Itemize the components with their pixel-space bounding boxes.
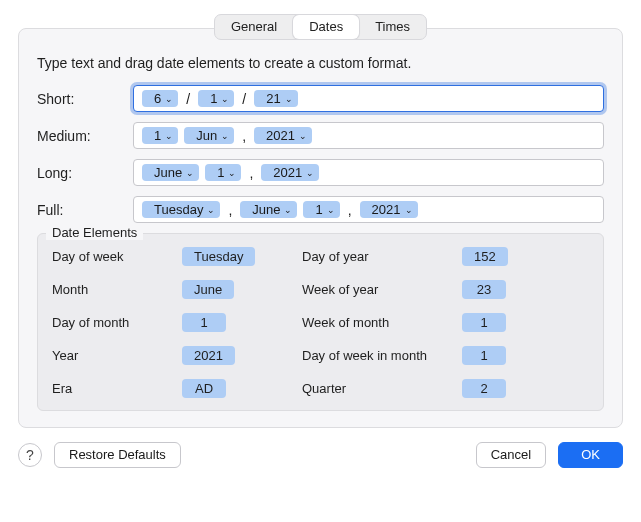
format-label-long: Long: (37, 165, 133, 181)
label-quarter: Quarter (302, 381, 452, 396)
label-day-of-year: Day of year (302, 249, 452, 264)
chevron-down-icon: ⌄ (327, 206, 335, 215)
label-day-of-month: Day of month (52, 315, 172, 330)
element-week-of-year[interactable]: 23 (462, 280, 506, 299)
medium-day-token[interactable]: 1⌄ (142, 127, 178, 144)
date-elements-title: Date Elements (46, 225, 143, 240)
format-row-medium: Medium: 1⌄ Jun⌄ , 2021⌄ (37, 122, 604, 149)
tab-general[interactable]: General (215, 15, 293, 39)
chevron-down-icon: ⌄ (284, 206, 292, 215)
dates-panel: Type text and drag date elements to crea… (18, 28, 623, 428)
element-era[interactable]: AD (182, 379, 226, 398)
long-year-token[interactable]: 2021⌄ (261, 164, 319, 181)
tab-bar: General Dates Times (214, 14, 427, 40)
footer: ? Restore Defaults Cancel OK (18, 442, 623, 468)
date-elements-group: Date Elements Day of week Tuesday Day of… (37, 233, 604, 411)
label-week-of-month: Week of month (302, 315, 452, 330)
long-month-token[interactable]: June⌄ (142, 164, 199, 181)
format-field-full[interactable]: Tuesday⌄ , June⌄ 1⌄ , 2021⌄ (133, 196, 604, 223)
full-day-token[interactable]: 1⌄ (303, 201, 339, 218)
ok-button[interactable]: OK (558, 442, 623, 468)
short-month-token[interactable]: 6⌄ (142, 90, 178, 107)
format-field-short[interactable]: 6⌄ / 1⌄ / 21⌄ (133, 85, 604, 112)
full-month-token[interactable]: June⌄ (240, 201, 297, 218)
chevron-down-icon: ⌄ (306, 169, 314, 178)
chevron-down-icon: ⌄ (207, 206, 215, 215)
element-year[interactable]: 2021 (182, 346, 235, 365)
tab-dates[interactable]: Dates (293, 15, 359, 39)
date-format-preferences: { "tabs": { "general": "General", "dates… (0, 0, 641, 522)
tab-bar-wrap: General Dates Times (18, 14, 623, 40)
label-day-of-week: Day of week (52, 249, 172, 264)
cancel-button[interactable]: Cancel (476, 442, 546, 468)
instruction-text: Type text and drag date elements to crea… (37, 55, 604, 71)
restore-defaults-button[interactable]: Restore Defaults (54, 442, 181, 468)
separator: , (226, 202, 234, 218)
chevron-down-icon: ⌄ (165, 132, 173, 141)
format-label-full: Full: (37, 202, 133, 218)
chevron-down-icon: ⌄ (221, 132, 229, 141)
label-month: Month (52, 282, 172, 297)
element-month[interactable]: June (182, 280, 234, 299)
format-row-full: Full: Tuesday⌄ , June⌄ 1⌄ , 2021⌄ (37, 196, 604, 223)
element-day-of-month[interactable]: 1 (182, 313, 226, 332)
chevron-down-icon: ⌄ (299, 132, 307, 141)
label-day-of-week-in-month: Day of week in month (302, 348, 452, 363)
separator: , (346, 202, 354, 218)
element-week-of-month[interactable]: 1 (462, 313, 506, 332)
chevron-down-icon: ⌄ (221, 95, 229, 104)
full-weekday-token[interactable]: Tuesday⌄ (142, 201, 220, 218)
format-field-medium[interactable]: 1⌄ Jun⌄ , 2021⌄ (133, 122, 604, 149)
format-label-medium: Medium: (37, 128, 133, 144)
element-day-of-year[interactable]: 152 (462, 247, 508, 266)
long-day-token[interactable]: 1⌄ (205, 164, 241, 181)
tab-times[interactable]: Times (359, 15, 426, 39)
label-era: Era (52, 381, 172, 396)
label-week-of-year: Week of year (302, 282, 452, 297)
date-elements-grid: Day of week Tuesday Day of year 152 Mont… (52, 247, 589, 398)
chevron-down-icon: ⌄ (186, 169, 194, 178)
element-day-of-week[interactable]: Tuesday (182, 247, 255, 266)
separator: / (240, 91, 248, 107)
help-button[interactable]: ? (18, 443, 42, 467)
format-row-long: Long: June⌄ 1⌄ , 2021⌄ (37, 159, 604, 186)
chevron-down-icon: ⌄ (285, 95, 293, 104)
short-day-token[interactable]: 1⌄ (198, 90, 234, 107)
format-row-short: Short: 6⌄ / 1⌄ / 21⌄ (37, 85, 604, 112)
chevron-down-icon: ⌄ (228, 169, 236, 178)
full-year-token[interactable]: 2021⌄ (360, 201, 418, 218)
medium-month-token[interactable]: Jun⌄ (184, 127, 234, 144)
element-quarter[interactable]: 2 (462, 379, 506, 398)
separator: , (240, 128, 248, 144)
format-field-long[interactable]: June⌄ 1⌄ , 2021⌄ (133, 159, 604, 186)
medium-year-token[interactable]: 2021⌄ (254, 127, 312, 144)
separator: / (184, 91, 192, 107)
chevron-down-icon: ⌄ (405, 206, 413, 215)
short-year-token[interactable]: 21⌄ (254, 90, 297, 107)
element-day-of-week-in-month[interactable]: 1 (462, 346, 506, 365)
chevron-down-icon: ⌄ (165, 95, 173, 104)
separator: , (247, 165, 255, 181)
format-label-short: Short: (37, 91, 133, 107)
label-year: Year (52, 348, 172, 363)
